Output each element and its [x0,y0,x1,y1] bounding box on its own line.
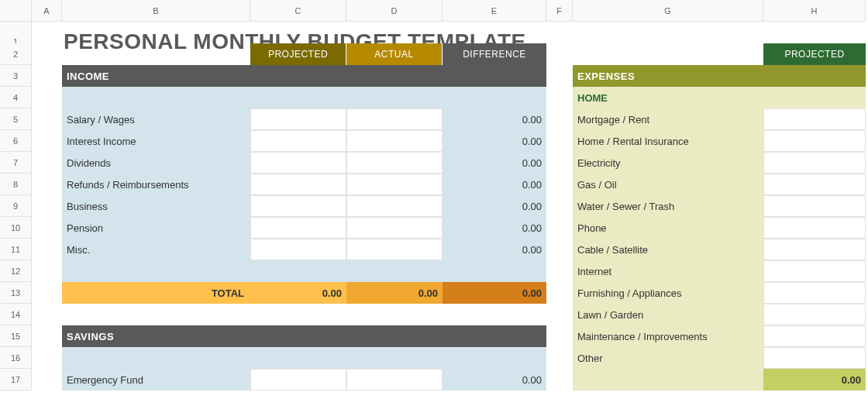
cell-A17[interactable] [32,369,62,390]
income-actual-6[interactable] [346,239,443,260]
col-header-C[interactable]: C [250,0,346,22]
row-header-17[interactable]: 17 [0,369,32,390]
income-label-5[interactable]: Pension [62,217,250,239]
tab-actual[interactable]: ACTUAL [346,43,443,65]
col-header-E[interactable]: E [443,0,546,22]
savings-diff-0[interactable]: 0.00 [443,369,546,390]
row-header-7[interactable]: 7 [0,152,32,174]
income-diff-1[interactable]: 0.00 [443,130,546,152]
income-diff-6[interactable]: 0.00 [443,239,546,260]
income-projected-4[interactable] [250,195,346,217]
col-header-G[interactable]: G [573,0,763,22]
row-header-11[interactable]: 11 [0,239,32,260]
select-all-corner[interactable] [0,0,32,22]
income-label-4[interactable]: Business [62,195,250,217]
income-total-diff[interactable]: 0.00 [443,282,546,304]
income-actual-5[interactable] [346,217,443,239]
home-projected-3[interactable] [763,174,866,195]
row-header-2[interactable]: 2 [0,43,32,65]
income-projected-0[interactable] [250,108,346,130]
cell-F13[interactable] [546,282,573,304]
cell-A12[interactable] [32,260,62,282]
row-header-16[interactable]: 16 [0,347,32,369]
cell-B16[interactable] [62,347,546,369]
home-label-11[interactable]: Other [573,347,763,369]
income-diff-5[interactable]: 0.00 [443,217,546,239]
home-label-2[interactable]: Electricity [573,152,763,174]
income-diff-3[interactable]: 0.00 [443,174,546,195]
cell-A14[interactable] [32,304,62,325]
row-header-3[interactable]: 3 [0,65,32,87]
home-projected-2[interactable] [763,152,866,174]
home-label-8[interactable]: Furnishing / Appliances [573,282,763,304]
savings-label-0[interactable]: Emergency Fund [62,369,250,390]
cell-F11[interactable] [546,239,573,260]
home-label-5[interactable]: Phone [573,217,763,239]
row-header-6[interactable]: 6 [0,130,32,152]
cell-F4[interactable] [546,87,573,108]
row-header-8[interactable]: 8 [0,174,32,195]
cell-B4[interactable] [62,87,546,108]
income-total-actual[interactable]: 0.00 [346,282,443,304]
income-actual-0[interactable] [346,108,443,130]
cell-B12[interactable] [62,260,546,282]
income-label-1[interactable]: Interest Income [62,130,250,152]
cell-F17[interactable] [546,369,573,390]
income-actual-1[interactable] [346,130,443,152]
income-actual-2[interactable] [346,152,443,174]
income-total-label[interactable]: TOTAL [62,282,250,304]
cell-F10[interactable] [546,217,573,239]
cell-F3[interactable] [546,65,573,87]
income-diff-4[interactable]: 0.00 [443,195,546,217]
income-projected-5[interactable] [250,217,346,239]
income-projected-1[interactable] [250,130,346,152]
cell-F6[interactable] [546,130,573,152]
income-label-3[interactable]: Refunds / Reimbursements [62,174,250,195]
income-diff-2[interactable]: 0.00 [443,152,546,174]
home-projected-4[interactable] [763,195,866,217]
tab-difference[interactable]: DIFFERENCE [443,43,546,65]
cell-A13[interactable] [32,282,62,304]
row-header-9[interactable]: 9 [0,195,32,217]
cell-F7[interactable] [546,152,573,174]
col-header-H[interactable]: H [763,0,866,22]
income-projected-3[interactable] [250,174,346,195]
home-label-6[interactable]: Cable / Satellite [573,239,763,260]
income-actual-3[interactable] [346,174,443,195]
home-projected-7[interactable] [763,260,866,282]
home-projected-9[interactable] [763,304,866,325]
cell-A6[interactable] [32,130,62,152]
row-header-14[interactable]: 14 [0,304,32,325]
home-projected-8[interactable] [763,282,866,304]
col-header-A[interactable]: A [32,0,62,22]
cell-A8[interactable] [32,174,62,195]
home-projected-10[interactable] [763,325,866,347]
savings-actual-0[interactable] [346,369,443,390]
home-projected-0[interactable] [763,108,866,130]
home-label-4[interactable]: Water / Sewer / Trash [573,195,763,217]
income-label-2[interactable]: Dividends [62,152,250,174]
cell-B14[interactable] [62,304,546,325]
cell-A2[interactable] [32,43,62,65]
section-savings[interactable]: SAVINGS [62,325,546,347]
cell-G17[interactable] [573,369,763,390]
tab-projected[interactable]: PROJECTED [250,43,346,65]
row-header-13[interactable]: 13 [0,282,32,304]
income-diff-0[interactable]: 0.00 [443,108,546,130]
home-projected-6[interactable] [763,239,866,260]
income-label-6[interactable]: Misc. [62,239,250,260]
row-header-15[interactable]: 15 [0,325,32,347]
cell-B2[interactable] [62,43,250,65]
home-label-9[interactable]: Lawn / Garden [573,304,763,325]
cell-A3[interactable] [32,65,62,87]
home-label-10[interactable]: Maintenance / Improvements [573,325,763,347]
cell-A9[interactable] [32,195,62,217]
home-label-1[interactable]: Home / Rental Insurance [573,130,763,152]
income-label-0[interactable]: Salary / Wages [62,108,250,130]
cell-A15[interactable] [32,325,62,347]
cell-F14[interactable] [546,304,573,325]
cell-H4[interactable] [763,87,866,108]
cell-A11[interactable] [32,239,62,260]
home-label-0[interactable]: Mortgage / Rent [573,108,763,130]
col-header-D[interactable]: D [346,0,443,22]
